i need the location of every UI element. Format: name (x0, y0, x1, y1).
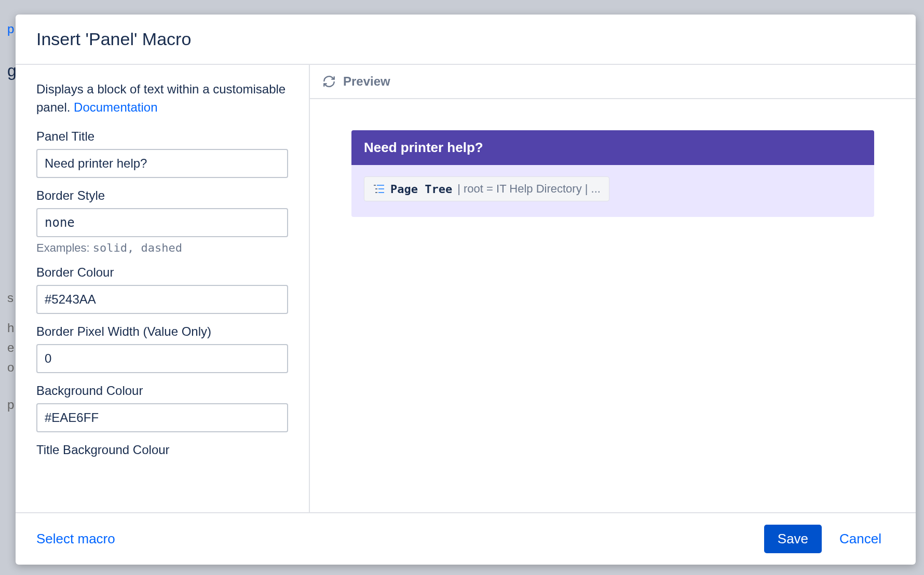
preview-body: Need printer help? (310, 99, 916, 512)
refresh-icon[interactable] (322, 75, 336, 88)
save-button[interactable]: Save (764, 525, 822, 553)
bg-artifact-o: o (7, 360, 14, 375)
bg-artifact-p2: p (7, 398, 14, 412)
field-background-colour: Background Colour (36, 384, 288, 432)
bg-artifact-e: e (7, 340, 14, 355)
background-colour-label: Background Colour (36, 384, 288, 398)
border-colour-input[interactable] (36, 285, 288, 314)
field-border-width: Border Pixel Width (Value Only) (36, 324, 288, 373)
hint-values: solid, dashed (93, 241, 182, 254)
panel-title-label: Panel Title (36, 129, 288, 144)
bg-artifact-s: s (7, 291, 13, 305)
bg-artifact-h: h (7, 321, 14, 335)
bg-artifact-p: p (7, 22, 14, 36)
preview-pane: Preview Need printer help? (310, 65, 916, 512)
background-colour-input[interactable] (36, 403, 288, 432)
cancel-button[interactable]: Cancel (826, 525, 895, 553)
hint-prefix: Examples: (36, 241, 93, 254)
select-macro-link[interactable]: Select macro (36, 531, 115, 547)
form-pane[interactable]: Displays a block of text within a custom… (16, 65, 309, 512)
field-border-style: Border Style Examples: solid, dashed (36, 188, 288, 255)
preview-title: Preview (343, 74, 390, 89)
documentation-link[interactable]: Documentation (74, 100, 157, 114)
preview-panel-title: Need printer help? (351, 130, 874, 165)
title-bg-colour-label: Title Background Colour (36, 443, 288, 457)
macro-chip-name: Page Tree (390, 183, 452, 196)
macro-dialog: Insert 'Panel' Macro Displays a block of… (16, 15, 916, 565)
border-width-input[interactable] (36, 344, 288, 373)
border-style-input[interactable] (36, 208, 288, 237)
page-tree-macro-chip[interactable]: Page Tree | root = IT Help Directory | .… (364, 176, 609, 201)
page-tree-icon (373, 184, 385, 194)
macro-chip-params: | root = IT Help Directory | ... (457, 182, 601, 196)
panel-title-input[interactable] (36, 149, 288, 178)
border-style-hint: Examples: solid, dashed (36, 241, 288, 255)
field-panel-title: Panel Title (36, 129, 288, 178)
preview-header: Preview (310, 65, 916, 99)
dialog-header: Insert 'Panel' Macro (16, 15, 916, 65)
macro-description: Displays a block of text within a custom… (36, 80, 288, 117)
field-border-colour: Border Colour (36, 265, 288, 314)
dialog-footer: Select macro Save Cancel (16, 512, 916, 565)
border-colour-label: Border Colour (36, 265, 288, 280)
border-width-label: Border Pixel Width (Value Only) (36, 324, 288, 339)
field-title-bg-colour: Title Background Colour (36, 443, 288, 457)
dialog-title: Insert 'Panel' Macro (36, 29, 895, 49)
preview-panel: Need printer help? (351, 130, 874, 217)
dialog-body: Displays a block of text within a custom… (16, 65, 916, 512)
border-style-label: Border Style (36, 188, 288, 203)
preview-panel-content: Page Tree | root = IT Help Directory | .… (351, 165, 874, 217)
